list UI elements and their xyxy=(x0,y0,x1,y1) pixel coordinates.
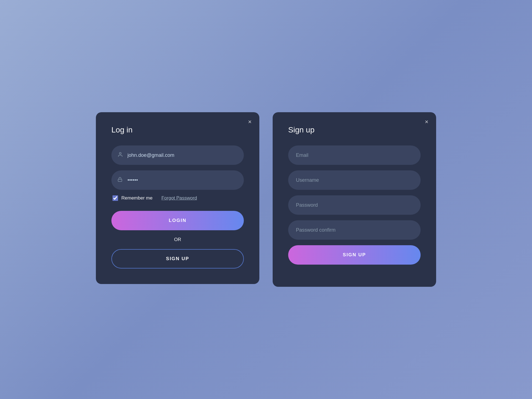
signup-password-confirm-wrapper xyxy=(288,220,421,240)
panels-container: Log in × Remember me xyxy=(96,112,436,287)
signup-password-wrapper xyxy=(288,195,421,215)
signup-email-wrapper xyxy=(288,145,421,165)
signup-username-input[interactable] xyxy=(288,170,421,190)
remember-me-text: Remember me xyxy=(121,195,152,201)
login-close-button[interactable]: × xyxy=(248,119,252,125)
login-title: Log in xyxy=(111,126,244,134)
signup-password-input[interactable] xyxy=(288,195,421,215)
signup-username-wrapper xyxy=(288,170,421,190)
signup-title: Sign up xyxy=(288,126,421,134)
signup-panel: Sign up × SIGN UP xyxy=(273,112,436,287)
or-divider: OR xyxy=(111,237,244,242)
login-signup-button[interactable]: SIGN UP xyxy=(111,249,244,268)
signup-button[interactable]: SIGN UP xyxy=(288,245,421,265)
password-input-wrapper xyxy=(111,170,244,190)
signup-close-button[interactable]: × xyxy=(425,119,428,125)
email-input[interactable] xyxy=(111,145,244,165)
login-panel: Log in × Remember me xyxy=(96,112,259,284)
signup-password-confirm-input[interactable] xyxy=(288,220,421,240)
password-input[interactable] xyxy=(111,170,244,190)
remember-me-checkbox[interactable] xyxy=(112,195,118,201)
login-button[interactable]: LOGIN xyxy=(111,211,244,230)
checkbox-row: Remember me Forgot Password xyxy=(111,195,244,201)
signup-email-input[interactable] xyxy=(288,145,421,165)
email-input-wrapper xyxy=(111,145,244,165)
remember-me-label[interactable]: Remember me xyxy=(112,195,152,201)
forgot-password-button[interactable]: Forgot Password xyxy=(161,195,197,201)
